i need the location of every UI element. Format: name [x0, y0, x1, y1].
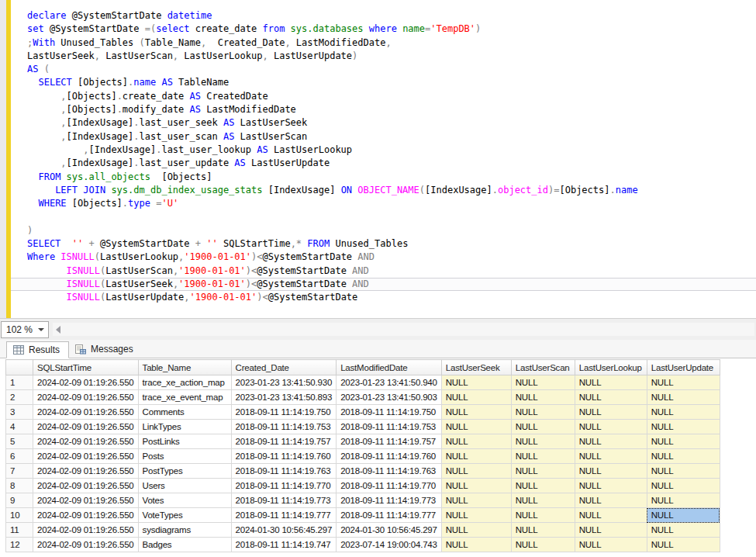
grid-cell[interactable]: 2018-09-11 11:14:19.773: [337, 493, 442, 508]
grid-cell[interactable]: NULL: [575, 508, 647, 523]
column-header-sqlstarttime[interactable]: SQLStartTime: [33, 360, 139, 375]
code-line[interactable]: ,[IndexUsage].last_user_scan AS LastUser…: [11, 130, 756, 144]
code-line[interactable]: Where ISNULL(LastUserLookup,'1900-01-01'…: [11, 251, 756, 264]
grid-cell[interactable]: NULL: [511, 375, 575, 390]
grid-cell[interactable]: NULL: [647, 479, 720, 493]
grid-cell[interactable]: 2023-01-23 13:41:50.930: [231, 375, 337, 390]
grid-cell[interactable]: NULL: [575, 538, 647, 552]
grid-cell[interactable]: 2018-09-11 11:14:19.757: [231, 434, 337, 449]
row-number[interactable]: 7: [6, 464, 33, 479]
grid-cell[interactable]: 2018-09-11 11:14:19.777: [231, 508, 337, 523]
grid-cell[interactable]: 2018-09-11 11:14:19.770: [337, 479, 442, 493]
grid-cell[interactable]: Votes: [138, 493, 231, 508]
grid-cell[interactable]: NULL: [647, 420, 720, 434]
grid-cell[interactable]: NULL: [575, 405, 647, 420]
grid-cell[interactable]: 2024-02-09 01:19:26.550: [33, 420, 139, 434]
grid-cell[interactable]: NULL: [575, 464, 647, 479]
grid-cell[interactable]: NULL: [511, 493, 575, 508]
grid-cell[interactable]: NULL: [511, 420, 575, 434]
grid-cell[interactable]: NULL: [511, 434, 575, 449]
grid-cell[interactable]: NULL: [511, 523, 575, 538]
column-header-lastuserlookup[interactable]: LastUserLookup: [575, 360, 647, 375]
grid-cell[interactable]: NULL: [511, 508, 575, 523]
grid-cell[interactable]: 2018-09-11 11:14:19.763: [337, 464, 442, 479]
row-number[interactable]: 6: [6, 449, 33, 464]
grid-cell[interactable]: 2018-09-11 11:14:19.747: [231, 538, 337, 552]
grid-cell[interactable]: 2024-02-09 01:19:26.550: [33, 434, 139, 449]
code-line[interactable]: ,[IndexUsage].last_user_seek AS LastUser…: [11, 116, 756, 130]
column-header-created_date[interactable]: Created_Date: [231, 360, 337, 375]
grid-cell[interactable]: 2018-09-11 11:14:19.763: [231, 464, 337, 479]
grid-cell[interactable]: NULL: [441, 405, 511, 420]
code-line[interactable]: WHERE [Objects].type ='U': [11, 197, 756, 210]
grid-cell[interactable]: Comments: [138, 405, 231, 420]
code-line[interactable]: [11, 210, 756, 223]
grid-cell[interactable]: NULL: [511, 479, 575, 493]
row-number[interactable]: 9: [6, 493, 33, 508]
grid-cell[interactable]: 2018-09-11 11:14:19.750: [231, 405, 337, 420]
grid-cell[interactable]: NULL: [647, 405, 720, 420]
code-line[interactable]: declare @SystemStartDate datetime: [11, 9, 756, 22]
code-line[interactable]: AS (: [11, 63, 756, 76]
grid-cell[interactable]: NULL: [575, 449, 647, 464]
grid-cell[interactable]: NULL: [575, 523, 647, 538]
grid-cell[interactable]: PostLinks: [138, 434, 231, 449]
grid-cell[interactable]: sysdiagrams: [138, 523, 231, 538]
code-line[interactable]: set @SystemStartDate =(select create_dat…: [11, 22, 756, 36]
select-all-corner[interactable]: [6, 360, 33, 375]
grid-cell[interactable]: 2018-09-11 11:14:19.750: [337, 405, 442, 420]
scrollbar-track[interactable]: [60, 323, 754, 336]
row-number[interactable]: 2: [6, 390, 33, 405]
code-line[interactable]: LastUserSeek, LastUserScan, LastUserLook…: [11, 50, 756, 63]
code-line[interactable]: FROM sys.all_objects [Objects]: [11, 171, 756, 184]
grid-cell[interactable]: NULL: [441, 508, 511, 523]
grid-cell[interactable]: Badges: [138, 538, 231, 552]
grid-cell[interactable]: NULL: [575, 375, 647, 390]
code-line[interactable]: ,[Objects].modify_date AS LastModifiedDa…: [11, 103, 756, 116]
chevron-down-icon[interactable]: [38, 328, 44, 331]
grid-cell[interactable]: NULL: [441, 464, 511, 479]
grid-cell[interactable]: NULL: [575, 420, 647, 434]
grid-cell[interactable]: 2018-09-11 11:14:19.770: [231, 479, 337, 493]
grid-cell[interactable]: 2018-09-11 11:14:19.757: [337, 434, 442, 449]
column-header-lastmodifieddate[interactable]: LastModifiedDate: [337, 360, 442, 375]
row-number[interactable]: 3: [6, 405, 33, 420]
grid-cell[interactable]: VoteTypes: [138, 508, 231, 523]
row-number[interactable]: 11: [6, 523, 33, 538]
grid-cell[interactable]: 2018-09-11 11:14:19.753: [337, 420, 442, 434]
column-header-lastuserupdate[interactable]: LastUserUpdate: [647, 360, 720, 375]
row-number[interactable]: 1: [6, 375, 33, 390]
grid-cell[interactable]: NULL: [441, 390, 511, 405]
row-number[interactable]: 10: [6, 508, 33, 523]
grid-cell[interactable]: 2024-02-09 01:19:26.550: [33, 538, 139, 552]
grid-cell[interactable]: 2024-02-09 01:19:26.550: [33, 449, 139, 464]
editor-zoom-select[interactable]: 102 %: [1, 321, 49, 338]
grid-cell[interactable]: NULL: [575, 493, 647, 508]
grid-cell[interactable]: 2024-02-09 01:19:26.550: [33, 464, 139, 479]
grid-cell[interactable]: NULL: [441, 420, 511, 434]
row-number[interactable]: 8: [6, 479, 33, 493]
row-number[interactable]: 5: [6, 434, 33, 449]
grid-cell[interactable]: 2023-07-14 19:00:04.743: [337, 538, 442, 552]
grid-cell[interactable]: NULL: [441, 434, 511, 449]
grid-cell[interactable]: 2024-02-09 01:19:26.550: [33, 479, 139, 493]
grid-cell[interactable]: NULL: [511, 538, 575, 552]
grid-cell[interactable]: NULL: [647, 434, 720, 449]
grid-cell[interactable]: 2024-02-09 01:19:26.550: [33, 405, 139, 420]
code-line[interactable]: SELECT [Objects].name AS TableName: [11, 76, 756, 89]
grid-cell[interactable]: NULL: [575, 479, 647, 493]
grid-cell[interactable]: NULL: [441, 479, 511, 493]
grid-cell[interactable]: 2024-02-09 01:19:26.550: [33, 493, 139, 508]
code-line[interactable]: ISNULL(LastUserScan,'1900-01-01')<@Syste…: [11, 265, 756, 278]
grid-cell[interactable]: NULL: [441, 375, 511, 390]
row-number[interactable]: 4: [6, 420, 33, 434]
code-line[interactable]: SELECT '' + @SystemStartDate + '' SQLSta…: [11, 237, 756, 251]
grid-cell[interactable]: 2024-01-30 10:56:45.297: [337, 523, 442, 538]
grid-cell[interactable]: NULL: [647, 390, 720, 405]
grid-cell[interactable]: 2024-02-09 01:19:26.550: [33, 523, 139, 538]
grid-cell[interactable]: NULL: [441, 449, 511, 464]
grid-cell[interactable]: NULL: [647, 375, 720, 390]
grid-cell[interactable]: NULL: [647, 449, 720, 464]
grid-cell[interactable]: 2023-01-23 13:41:50.903: [337, 390, 442, 405]
grid-cell[interactable]: NULL: [647, 493, 720, 508]
